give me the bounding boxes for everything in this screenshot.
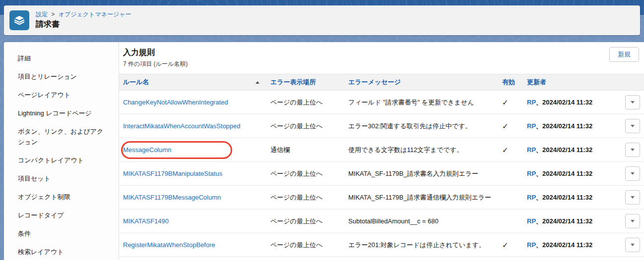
updated-at-text: 、2024/02/14 11:32	[536, 122, 592, 130]
sidebar-item-record-types[interactable]: レコードタイプ	[4, 210, 112, 220]
sidebar-item-label: レコードタイプ	[18, 211, 64, 219]
sidebar-item-label: 詳細	[18, 54, 31, 62]
sidebar-item-label: 条件	[18, 230, 31, 237]
updated-by-link[interactable]: RP	[527, 241, 536, 249]
updated-by-link[interactable]: RP	[527, 146, 536, 154]
sidebar-item-page-layouts[interactable]: ページレイアウト	[4, 90, 112, 100]
rule-name-link[interactable]: RegisterMikataWhenStopBefore	[123, 241, 215, 249]
item-count-subtitle: 7 件の項目 (ルール名順)	[123, 60, 188, 68]
chevron-down-icon	[631, 125, 635, 127]
breadcrumb: 設定 > オブジェクトマネージャー	[36, 11, 131, 18]
content-panel: 詳細 項目とリレーション ページレイアウト Lightning レコードページ …	[4, 42, 644, 260]
error-location-cell: ページの最上位へ	[266, 122, 344, 131]
row-actions-button[interactable]	[625, 119, 640, 133]
column-header-rule-name[interactable]: ルール名	[119, 78, 266, 87]
sidebar-item-buttons-links-actions[interactable]: ボタン、リンク、およびアクション	[4, 126, 112, 147]
error-message-cell: SubtotalBilledAmount__c = 680	[344, 217, 498, 225]
row-actions-button[interactable]	[625, 143, 640, 157]
sidebar-item-label: 検索レイアウト	[18, 248, 64, 256]
new-button[interactable]: 新規	[609, 47, 639, 62]
rule-name-link[interactable]: MIKATASF1179BManipulateStatus	[123, 170, 222, 177]
page-title: 入力規則	[123, 47, 188, 58]
error-location-cell: ページの最上位へ	[266, 241, 344, 250]
rule-name-link[interactable]: ChangeKeyNotAllowWhenIntegrated	[123, 99, 228, 106]
object-title: 請求書	[36, 19, 131, 30]
row-actions-button[interactable]	[625, 95, 640, 109]
sidebar-item-lightning-pages[interactable]: Lightning レコードページ	[4, 108, 112, 118]
error-message-cell: 使用できる文字数は112文字までです。	[344, 146, 498, 155]
table-header-row: ルール名 エラー表示場所 エラーメッセージ 有効 更新者	[119, 74, 644, 91]
active-check-icon: ✓	[502, 146, 509, 154]
chevron-down-icon	[631, 101, 635, 104]
row-actions-button[interactable]	[625, 166, 640, 181]
row-actions-button[interactable]	[625, 238, 640, 252]
sidebar-item-conditions[interactable]: 条件	[4, 228, 112, 239]
updated-at-text: 、2024/02/14 11:32	[536, 99, 592, 106]
updated-at-text: 、2024/02/14 11:32	[536, 146, 592, 154]
active-check-icon: ✓	[502, 241, 509, 249]
chevron-down-icon	[631, 196, 635, 199]
table-row: RegisterMikataWhenStopBefore ページの最上位へ エラ…	[119, 233, 644, 257]
active-check-icon: ✓	[502, 122, 509, 130]
error-location-cell: 通信欄	[266, 146, 344, 155]
breadcrumb-setup-link[interactable]: 設定	[36, 11, 48, 18]
sidebar-item-search-layouts[interactable]: 検索レイアウト	[4, 247, 112, 257]
updated-by-link[interactable]: RP	[527, 99, 536, 106]
validation-rules-table: ルール名 エラー表示場所 エラーメッセージ 有効 更新者 ChangeKeyNo…	[119, 74, 644, 257]
chevron-down-icon	[631, 172, 635, 175]
error-message-cell: エラー302:関連する取引先は停止中です。	[344, 122, 498, 131]
updated-at-text: 、2024/02/14 11:32	[536, 194, 592, 201]
sidebar-item-label: オブジェクト制限	[18, 193, 70, 201]
chevron-down-icon	[631, 244, 635, 246]
updated-at-text: 、2024/02/14 11:32	[536, 241, 592, 249]
rule-name-link[interactable]: MessageColumn	[123, 146, 172, 154]
rule-name-link[interactable]: InteractMikataWhenAccountWasStopped	[123, 122, 241, 130]
rule-name-link[interactable]: MIKATASF1179BMessageColumn	[123, 194, 221, 201]
table-row: MIKATASF1179BMessageColumn ページの最上位へ MIKA…	[119, 186, 644, 209]
updated-by-link[interactable]: RP	[527, 122, 536, 130]
sidebar-item-label: ボタン、リンク、およびアクション	[18, 128, 103, 146]
main-panel: 入力規則 7 件の項目 (ルール名順) 新規 ルール名 エラー表示場所 エラーメ…	[119, 42, 644, 260]
column-header-error-location[interactable]: エラー表示場所	[266, 78, 344, 87]
sidebar-item-label: 項目とリレーション	[18, 73, 77, 80]
sidebar-item-field-sets[interactable]: 項目セット	[4, 173, 112, 184]
table-row: MIKATASF1490 ページの最上位へ SubtotalBilledAmou…	[119, 209, 644, 233]
sidebar-item-label: ページレイアウト	[18, 91, 70, 99]
updated-by-link[interactable]: RP	[527, 217, 536, 225]
sidebar-item-label: コンパクトレイアウト	[18, 156, 84, 164]
sort-asc-icon	[256, 81, 259, 84]
breadcrumb-object-manager-link[interactable]: オブジェクトマネージャー	[59, 11, 131, 18]
sidebar-item-compact-layouts[interactable]: コンパクトレイアウト	[4, 155, 112, 165]
row-actions-button[interactable]	[625, 190, 640, 205]
error-message-cell: MIKATA_SF-1179B_請求書通信欄入力規則エラー	[344, 193, 498, 202]
sidebar-item-fields-relationships[interactable]: 項目とリレーション	[4, 71, 112, 82]
rule-name-link[interactable]: MIKATASF1490	[123, 217, 169, 225]
error-location-cell: ページの最上位へ	[266, 193, 344, 202]
error-message-cell: MIKATA_SF-1179B_請求書名入力規則エラー	[344, 169, 498, 178]
error-location-cell: ページの最上位へ	[266, 98, 344, 107]
updated-by-link[interactable]: RP	[527, 194, 536, 201]
table-body: ChangeKeyNotAllowWhenIntegrated ページの最上位へ…	[119, 91, 644, 257]
error-message-cell: フィールド "請求書番号" を更新できません	[344, 98, 498, 107]
updated-at-text: 、2024/02/14 11:32	[536, 170, 592, 177]
object-header-card: 設定 > オブジェクトマネージャー 請求書	[4, 5, 640, 35]
sidebar-item-label: 項目セット	[18, 175, 51, 182]
error-message-cell: エラー201:対象レコードは停止されています。	[344, 241, 498, 250]
sidebar-nav: 詳細 項目とリレーション ページレイアウト Lightning レコードページ …	[4, 42, 119, 260]
sidebar-item-object-limits[interactable]: オブジェクト制限	[4, 192, 112, 202]
table-row: MIKATASF1179BManipulateStatus ページの最上位へ M…	[119, 162, 644, 186]
active-check-icon: ✓	[502, 98, 509, 106]
sidebar-item-label: Lightning レコードページ	[18, 109, 92, 117]
column-header-updated-by[interactable]: 更新者	[523, 78, 618, 87]
chevron-down-icon	[631, 220, 635, 222]
updated-by-link[interactable]: RP	[527, 170, 536, 177]
error-location-cell: ページの最上位へ	[266, 217, 344, 226]
column-header-active[interactable]: 有効	[498, 78, 523, 87]
row-actions-button[interactable]	[625, 214, 640, 228]
column-header-error-message[interactable]: エラーメッセージ	[344, 78, 498, 87]
object-layers-icon	[9, 10, 29, 30]
breadcrumb-separator: >	[51, 11, 55, 18]
table-row: InteractMikataWhenAccountWasStopped ページの…	[119, 114, 644, 138]
chevron-down-icon	[631, 149, 635, 151]
sidebar-item-details[interactable]: 詳細	[4, 53, 112, 63]
